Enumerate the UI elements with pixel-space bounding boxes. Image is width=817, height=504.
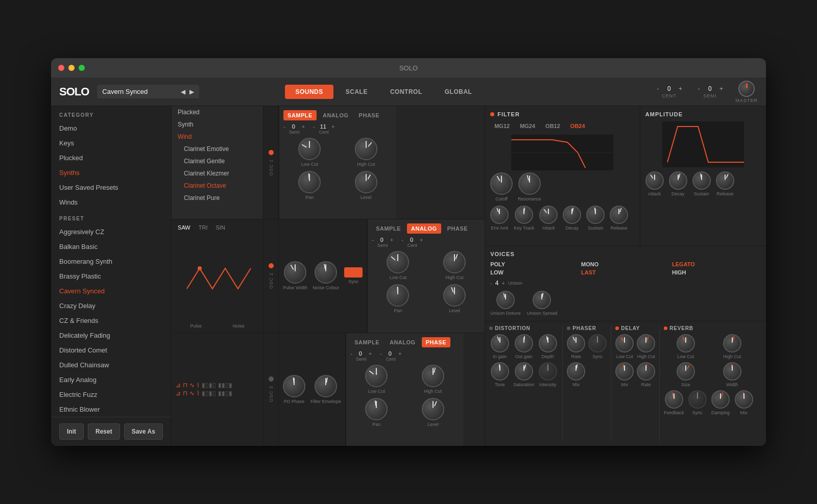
- reverb-width-knob[interactable]: [723, 362, 741, 381]
- wind-preset-placked[interactable]: Placked: [172, 106, 263, 118]
- delay-rate-knob[interactable]: [637, 362, 655, 381]
- filter-decay-knob[interactable]: [563, 206, 581, 224]
- reset-button[interactable]: Reset: [88, 423, 120, 440]
- filter-ob24[interactable]: OB24: [566, 121, 589, 131]
- osc2-sync-button[interactable]: [344, 267, 363, 278]
- reverb-sync-knob[interactable]: [688, 390, 707, 409]
- osc2-lowcut-knob[interactable]: [387, 251, 409, 273]
- osc1-pan-knob[interactable]: [298, 171, 321, 193]
- nav-control[interactable]: CONTROL: [380, 85, 432, 99]
- sidebar-item-demo[interactable]: Demo: [51, 121, 171, 136]
- cent-plus[interactable]: +: [676, 85, 684, 92]
- voice-last[interactable]: LAST: [581, 269, 670, 275]
- osc2-tab-analog[interactable]: ANALOG: [407, 223, 441, 234]
- filter-keytrack-knob[interactable]: [515, 206, 533, 224]
- osc1-lowcut-knob[interactable]: [298, 138, 321, 160]
- semi-minus[interactable]: -: [694, 85, 703, 92]
- osc1-semi-plus[interactable]: +: [302, 123, 305, 130]
- dist-depth-knob[interactable]: [539, 334, 557, 352]
- delay-mix-knob[interactable]: [615, 362, 634, 381]
- preset-distorted-comet[interactable]: Distorted Comet: [51, 343, 171, 358]
- dist-tone-knob[interactable]: [491, 362, 509, 381]
- nav-global[interactable]: GLOBAL: [435, 85, 483, 99]
- osc3-filterenv-knob[interactable]: [315, 375, 337, 397]
- preset-delicately-fading[interactable]: Delicately Fading: [51, 328, 171, 343]
- sidebar-item-plucked[interactable]: Plucked: [51, 150, 171, 165]
- delay-lowcut-knob[interactable]: [615, 334, 634, 352]
- sidebar-item-keys[interactable]: Keys: [51, 136, 171, 150]
- osc3-tab-phase[interactable]: PHASE: [422, 337, 450, 347]
- nav-sounds[interactable]: SOUNDS: [285, 85, 333, 99]
- osc3-semi-plus[interactable]: +: [369, 350, 372, 357]
- reverb-highcut-knob[interactable]: [723, 334, 741, 352]
- phaser-rate-knob[interactable]: [567, 334, 585, 352]
- close-button[interactable]: [58, 65, 64, 71]
- osc2-tab-sample[interactable]: SAMPLE: [372, 223, 405, 234]
- osc2-pan-knob[interactable]: [387, 284, 409, 307]
- filter-release-knob[interactable]: [610, 206, 628, 224]
- wind-preset-wind[interactable]: Wind: [172, 131, 263, 143]
- master-knob[interactable]: [738, 81, 755, 97]
- osc1-cent-minus[interactable]: -: [313, 123, 315, 130]
- wind-preset-synth[interactable]: Synth: [172, 118, 263, 131]
- osc2-sin-btn[interactable]: SIN: [213, 223, 227, 232]
- reverb-mix-knob[interactable]: [735, 390, 753, 409]
- amp-decay-knob[interactable]: [669, 171, 687, 190]
- osc2-semi-minus[interactable]: -: [372, 237, 374, 243]
- osc1-tab-analog[interactable]: ANALOG: [319, 110, 353, 120]
- preset-ethnic-blower[interactable]: Ethnic Blower: [51, 402, 171, 417]
- preset-aggresively-cz[interactable]: Aggresively CZ: [51, 224, 171, 239]
- osc3-pdphase-knob[interactable]: [283, 375, 305, 397]
- voice-mono[interactable]: MONO: [581, 261, 670, 267]
- filter-mg24[interactable]: MG24: [516, 121, 539, 131]
- osc3-cent-plus[interactable]: +: [398, 350, 401, 357]
- minimize-button[interactable]: [68, 65, 75, 71]
- osc2-semi-plus[interactable]: +: [390, 237, 393, 243]
- preset-brassy-plastic[interactable]: Brassy Plastic: [51, 269, 171, 284]
- delay-highcut-knob[interactable]: [637, 334, 655, 352]
- osc3-semi-minus[interactable]: -: [350, 350, 352, 357]
- osc3-tab-sample[interactable]: SAMPLE: [350, 337, 383, 347]
- osc3-tab-analog[interactable]: ANALOG: [386, 337, 420, 347]
- voice-high[interactable]: HIGH: [672, 269, 761, 275]
- init-button[interactable]: Init: [59, 423, 84, 440]
- reverb-feedback-knob[interactable]: [665, 390, 683, 409]
- osc2-saw-btn[interactable]: SAW: [176, 223, 193, 232]
- next-preset-arrow[interactable]: ▶: [189, 88, 194, 95]
- filter-cutoff-knob[interactable]: [490, 172, 513, 195]
- wind-preset-clarinet-gentle[interactable]: Clarinet Gentle: [172, 155, 263, 167]
- filter-ob12[interactable]: OB12: [541, 121, 564, 131]
- unison-spread-knob[interactable]: [533, 291, 551, 309]
- preset-dulled-chainsaw[interactable]: Dulled Chainsaw: [51, 358, 171, 372]
- wind-preset-clarinet-pure[interactable]: Clarinet Pure: [172, 192, 263, 204]
- preset-early-analog[interactable]: Early Analog: [51, 372, 171, 387]
- wind-preset-clarinet-octave[interactable]: Clarinet Octave: [172, 180, 263, 192]
- voice-poly[interactable]: POLY: [490, 261, 579, 267]
- filter-mg12[interactable]: MG12: [490, 121, 514, 131]
- amp-release-knob[interactable]: [716, 171, 734, 190]
- osc3-level-knob[interactable]: [422, 398, 444, 420]
- filter-envamt-knob[interactable]: [490, 206, 509, 224]
- sidebar-item-synths[interactable]: Synths: [51, 165, 171, 180]
- osc1-tab-phase[interactable]: PHASE: [355, 110, 383, 120]
- osc1-highcut-knob[interactable]: [355, 138, 377, 160]
- osc2-level-knob[interactable]: [443, 284, 466, 307]
- wind-preset-clarinet-emotive[interactable]: Clarinet Emotive: [172, 143, 263, 155]
- osc2-pulsewidth-knob[interactable]: [284, 261, 306, 284]
- osc2-noisecolour-knob[interactable]: [315, 261, 337, 284]
- filter-resonance-knob[interactable]: [518, 172, 541, 195]
- osc3-lowcut-knob[interactable]: [365, 365, 388, 387]
- prev-preset-arrow[interactable]: ◀: [181, 88, 185, 95]
- osc1-semi-minus[interactable]: -: [283, 123, 285, 130]
- osc3-cent-minus[interactable]: -: [380, 350, 382, 357]
- nav-scale[interactable]: SCALE: [335, 85, 378, 99]
- dist-ingain-knob[interactable]: [491, 334, 509, 352]
- osc1-level-knob[interactable]: [355, 171, 377, 193]
- filter-attack-knob[interactable]: [539, 206, 558, 224]
- osc3-pan-knob[interactable]: [365, 398, 388, 420]
- preset-selector[interactable]: Cavern Synced ◀ ▶: [97, 85, 199, 98]
- amp-attack-knob[interactable]: [645, 171, 664, 190]
- osc2-cent-plus[interactable]: +: [420, 237, 423, 243]
- osc3-highcut-knob[interactable]: [422, 365, 444, 387]
- unison-plus[interactable]: +: [502, 280, 505, 286]
